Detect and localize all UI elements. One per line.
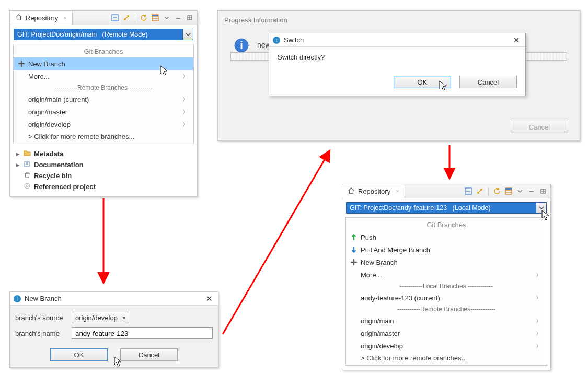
- menu-item-new-branch[interactable]: New Branch: [14, 57, 193, 70]
- tab-close-icon[interactable]: ×: [63, 15, 66, 21]
- menu-item-origin-develop[interactable]: origin/develop 〉: [346, 339, 547, 352]
- refresh-icon[interactable]: [493, 187, 501, 195]
- name-input[interactable]: [72, 327, 213, 339]
- menu-item-more-remote[interactable]: > Click for more remote branches...: [346, 352, 547, 365]
- grid-icon[interactable]: [504, 187, 513, 195]
- tab-label: Repository: [358, 188, 390, 195]
- tree-label: Metadata: [34, 150, 63, 158]
- menu-item-label: New Branch: [28, 60, 65, 68]
- menu-item-origin-master[interactable]: origin/master 〉: [14, 106, 193, 118]
- svg-point-18: [26, 185, 28, 187]
- cancel-button[interactable]: Cancel: [511, 121, 568, 133]
- svg-line-1: [223, 151, 329, 334]
- source-label: branch's source: [15, 314, 67, 322]
- maximize-icon[interactable]: [186, 14, 194, 22]
- svg-rect-31: [505, 188, 512, 190]
- menu-item-new-branch[interactable]: New Branch: [346, 256, 547, 268]
- menu-item-label: Pull And Merge Branch: [361, 246, 430, 254]
- tree-item-recycle[interactable]: Recycle bin: [13, 170, 194, 181]
- svg-text:i: i: [240, 40, 243, 51]
- ok-button[interactable]: OK: [50, 348, 108, 361]
- local-branches-separator: -----------Local Branches ------------: [346, 281, 547, 291]
- menu-header: Git Branches: [346, 218, 547, 231]
- view-menu-icon[interactable]: [516, 187, 524, 195]
- chevron-down-icon: ▾: [123, 315, 125, 321]
- menu-item-more[interactable]: More... 〉: [14, 70, 193, 83]
- dialog-titlebar: t New Branch ✕: [10, 292, 218, 306]
- link-icon[interactable]: [122, 14, 131, 22]
- toolbar-icons: [464, 184, 550, 198]
- maximize-icon[interactable]: [539, 187, 547, 195]
- tab-bar: Repository ×: [10, 11, 197, 25]
- menu-item-push[interactable]: Push: [346, 231, 547, 243]
- menu-item-label: New Branch: [361, 259, 398, 266]
- menu-item-label: origin/develop: [28, 121, 71, 128]
- menu-item-label: origin/master: [28, 108, 67, 116]
- combo-dropdown-icon[interactable]: [182, 29, 193, 40]
- menu-item-pull-merge[interactable]: Pull And Merge Branch: [346, 243, 547, 256]
- link-icon[interactable]: [476, 187, 484, 195]
- refresh-icon[interactable]: [140, 14, 148, 22]
- menu-item-origin-main[interactable]: origin/main 〉: [346, 314, 547, 327]
- chevron-right-icon: 〉: [536, 342, 541, 350]
- tree-label: Documentation: [34, 161, 84, 169]
- home-icon: [348, 187, 355, 196]
- close-icon[interactable]: ✕: [511, 36, 522, 45]
- tree-item-metadata[interactable]: ▸ Metadata: [13, 148, 194, 159]
- chevron-right-icon: 〉: [536, 330, 541, 337]
- remote-branches-separator: -----------Remote Branches------------: [14, 83, 193, 93]
- branch-combo-text: GIT: ProjectDoc/andy-feature-123 (Local …: [347, 204, 536, 212]
- close-icon[interactable]: ✕: [204, 294, 215, 303]
- branch-combo[interactable]: GIT: ProjectDoc/andy-feature-123 (Local …: [346, 202, 547, 214]
- dialog-title: Switch: [284, 36, 304, 44]
- menu-item-more[interactable]: More... 〉: [346, 268, 547, 281]
- folder-icon: [24, 149, 31, 158]
- branch-combo[interactable]: GIT: ProjectDoc/origin/main (Remote Mode…: [14, 29, 193, 40]
- home-icon: [15, 14, 22, 22]
- chevron-right-icon: 〉: [182, 108, 188, 116]
- menu-item-local-current[interactable]: andy-feature-123 (current) 〉: [346, 291, 547, 304]
- tree-label: Recycle bin: [34, 172, 72, 180]
- info-icon: i: [234, 38, 249, 53]
- at-icon: [24, 182, 31, 191]
- chevron-right-icon: 〉: [182, 121, 188, 128]
- tab-repository[interactable]: Repository ×: [10, 11, 73, 25]
- menu-item-label: andy-feature-123 (current): [361, 294, 440, 302]
- arrow-up-icon: [350, 233, 358, 241]
- chevron-right-icon: 〉: [182, 96, 188, 103]
- new-branch-dialog: t New Branch ✕ branch's source origin/de…: [9, 291, 218, 368]
- tab-close-icon[interactable]: ×: [396, 188, 399, 194]
- dialog-titlebar: t Switch ✕: [269, 33, 525, 47]
- menu-item-origin-develop[interactable]: origin/develop 〉: [14, 118, 193, 131]
- ok-button[interactable]: OK: [394, 76, 451, 88]
- plus-icon: [18, 60, 25, 67]
- menu-item-origin-master[interactable]: origin/master 〉: [346, 327, 547, 339]
- chevron-right-icon: 〉: [536, 294, 541, 302]
- cancel-button[interactable]: Cancel: [120, 348, 178, 361]
- tree-item-referenced[interactable]: Referenced project: [13, 181, 194, 192]
- menu-item-more-remote[interactable]: > Click for more remote branches...: [14, 131, 193, 144]
- cancel-button[interactable]: Cancel: [459, 76, 517, 88]
- menu-header: Git Branches: [14, 44, 193, 57]
- plus-icon: [350, 259, 358, 266]
- menu-item-label: origin/main (current): [28, 96, 89, 103]
- expand-icon[interactable]: ▸: [15, 150, 20, 158]
- expand-icon[interactable]: ▸: [15, 161, 20, 169]
- view-menu-icon[interactable]: [163, 14, 171, 22]
- tab-repository[interactable]: Repository ×: [342, 184, 405, 198]
- grid-icon[interactable]: [151, 14, 159, 22]
- chevron-right-icon: 〉: [536, 317, 541, 325]
- source-select[interactable]: origin/develop ▾: [72, 312, 129, 323]
- combo-dropdown-icon[interactable]: [536, 203, 546, 213]
- switch-dialog: t Switch ✕ Switch directly? OK Cancel: [269, 33, 526, 96]
- tree-item-documentation[interactable]: ▸ Documentation: [13, 159, 194, 170]
- source-select-value: origin/develop: [75, 314, 118, 322]
- collapse-all-icon[interactable]: [111, 14, 119, 22]
- tree-label: Referenced project: [34, 183, 96, 191]
- minimize-icon[interactable]: [174, 14, 182, 22]
- menu-item-origin-main[interactable]: origin/main (current) 〉: [14, 93, 193, 106]
- name-label: branch's name: [15, 330, 67, 337]
- minimize-icon[interactable]: [527, 187, 536, 195]
- git-branches-menu: Git Branches New Branch More... 〉 ------…: [13, 44, 194, 144]
- collapse-all-icon[interactable]: [464, 187, 472, 195]
